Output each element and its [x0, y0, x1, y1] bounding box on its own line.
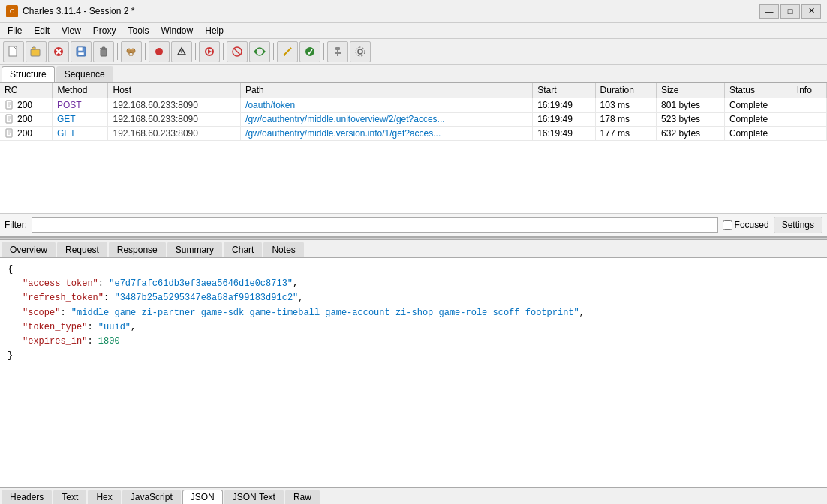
cell-duration: 177 ms	[595, 127, 657, 141]
tab-structure[interactable]: Structure	[2, 66, 55, 82]
tab-request[interactable]: Request	[57, 242, 107, 257]
tab-chart[interactable]: Chart	[224, 242, 262, 257]
tools-button[interactable]	[327, 41, 348, 62]
title-bar-title: Charles 3.11.4 - Session 2 *	[23, 6, 134, 16]
menu-window[interactable]: Window	[155, 22, 200, 39]
close-button[interactable]: ✕	[801, 4, 821, 19]
svg-rect-2	[31, 50, 40, 56]
row-icon	[5, 114, 15, 124]
tab-sequence[interactable]: Sequence	[56, 66, 113, 82]
minimize-button[interactable]: —	[759, 4, 779, 19]
content-area: { "access_token": "e7d7fafc61db3ef3aea56…	[0, 258, 827, 488]
menu-tools[interactable]: Tools	[122, 22, 155, 39]
svg-point-31	[305, 47, 314, 56]
tab-notes[interactable]: Notes	[263, 242, 303, 257]
key-access-token: "access_token"	[23, 278, 98, 289]
cell-status: Complete	[724, 127, 792, 141]
cell-method: GET	[53, 112, 108, 127]
svg-rect-37	[6, 100, 12, 109]
delete-button[interactable]	[93, 41, 114, 62]
json-line-token-type: "token_type": "uuid",	[8, 320, 819, 334]
col-rc: RC	[0, 82, 53, 98]
focused-checkbox[interactable]	[723, 220, 732, 230]
value-access-token: "e7d7fafc61db3ef3aea5646d1e0c8713"	[109, 278, 293, 289]
record-button[interactable]	[149, 41, 170, 62]
cell-path: /gw/oauthentry/middle.version.info/1/get…	[241, 127, 533, 141]
breakpoints-button[interactable]	[199, 41, 220, 62]
settings-gear-button[interactable]	[350, 41, 371, 62]
col-status: Status	[724, 82, 792, 98]
format-tab-json[interactable]: JSON	[182, 490, 223, 504]
svg-rect-9	[78, 52, 84, 56]
top-tab-bar: Structure Sequence	[0, 64, 827, 82]
filter-input[interactable]	[32, 218, 718, 232]
key-scope: "scope"	[23, 308, 60, 318]
cell-start: 16:19:49	[533, 127, 595, 141]
format-tab-headers[interactable]: Headers	[2, 490, 52, 504]
throttle-button[interactable]	[171, 41, 192, 62]
cell-rc: 200	[0, 98, 53, 112]
svg-rect-45	[6, 129, 12, 137]
cell-size: 632 bytes	[657, 127, 725, 141]
table-row[interactable]: 200 GET 192.168.60.233:8090 /gw/oauthent…	[0, 112, 827, 127]
cell-start: 16:19:49	[533, 112, 595, 127]
edit-button[interactable]	[277, 41, 298, 62]
svg-rect-8	[78, 47, 83, 51]
menu-view[interactable]: View	[56, 22, 87, 39]
validate-button[interactable]	[299, 41, 320, 62]
repeat-button[interactable]	[249, 41, 270, 62]
tab-summary[interactable]: Summary	[167, 242, 222, 257]
key-refresh-token: "refresh_token"	[23, 292, 104, 303]
format-tab-hex[interactable]: Hex	[88, 490, 120, 504]
json-close-brace: }	[8, 350, 13, 361]
json-line-expires-in: "expires_in": 1800	[8, 334, 819, 349]
menu-proxy[interactable]: Proxy	[87, 22, 122, 39]
open-button[interactable]	[26, 41, 47, 62]
key-token-type: "token_type"	[23, 322, 87, 332]
top-panel: Structure Sequence RC Method Host Path S…	[0, 64, 827, 237]
toolbar-separator-4	[223, 44, 224, 60]
table-header-row: RC Method Host Path Start Duration Size …	[0, 82, 827, 98]
table-row[interactable]: 200 POST 192.168.60.233:8090 /oauth/toke…	[0, 98, 827, 112]
format-tab-raw[interactable]: Raw	[285, 490, 320, 504]
svg-rect-12	[102, 47, 105, 49]
focused-checkbox-label[interactable]: Focused	[723, 220, 769, 230]
maximize-button[interactable]: □	[780, 4, 800, 19]
save-button[interactable]	[71, 41, 92, 62]
svg-point-35	[358, 50, 362, 54]
app-icon: C	[6, 5, 18, 17]
find-button[interactable]	[121, 41, 142, 62]
menu-bar: File Edit View Proxy Tools Window Help	[0, 22, 827, 39]
menu-file[interactable]: File	[2, 22, 28, 39]
format-tab-bar: Headers Text Hex JavaScript JSON JSON Te…	[0, 488, 827, 504]
toolbar-separator-2	[145, 44, 146, 60]
toolbar-separator-5	[273, 44, 274, 60]
cell-duration: 103 ms	[595, 98, 657, 112]
format-tab-javascript[interactable]: JavaScript	[122, 490, 181, 504]
detail-tab-bar: Overview Request Response Summary Chart …	[0, 240, 827, 258]
col-method: Method	[53, 82, 108, 98]
toolbar-separator-1	[117, 44, 118, 60]
tab-response[interactable]: Response	[109, 242, 166, 257]
main-area: Structure Sequence RC Method Host Path S…	[0, 64, 827, 504]
filter-settings-button[interactable]: Settings	[774, 217, 822, 233]
cell-method: GET	[53, 127, 108, 141]
no-caching-button[interactable]	[227, 41, 248, 62]
cell-path: /gw/oauthentry/middle.unitoverview/2/get…	[241, 112, 533, 127]
table-row[interactable]: 200 GET 192.168.60.233:8090 /gw/oauthent…	[0, 127, 827, 141]
request-table: RC Method Host Path Start Duration Size …	[0, 82, 827, 213]
cell-status: Complete	[724, 98, 792, 112]
new-session-button[interactable]	[3, 41, 24, 62]
format-tab-text[interactable]: Text	[53, 490, 86, 504]
json-line-refresh-token: "refresh_token": "3487b25a5295347e8a68af…	[8, 291, 819, 305]
cell-rc: 200	[0, 127, 53, 140]
tab-overview[interactable]: Overview	[2, 242, 56, 257]
json-open-brace: {	[8, 264, 13, 274]
cell-size: 523 bytes	[657, 112, 725, 127]
svg-marker-27	[254, 50, 256, 54]
menu-help[interactable]: Help	[199, 22, 230, 39]
format-tab-json-text[interactable]: JSON Text	[224, 490, 284, 504]
cell-info	[792, 98, 826, 112]
menu-edit[interactable]: Edit	[28, 22, 56, 39]
clear-button[interactable]	[48, 41, 69, 62]
